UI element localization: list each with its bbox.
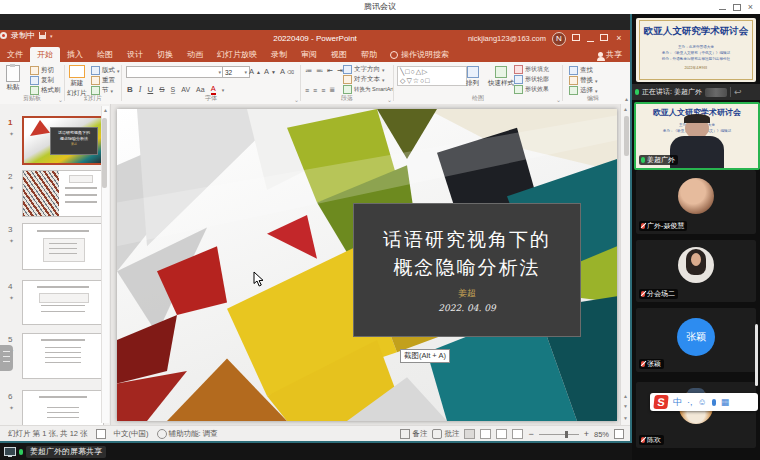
tab-help[interactable]: 帮助 [354, 47, 384, 62]
slide-title-box[interactable]: 话语研究视角下的 概念隐喻分析法 姜超 2022. 04. 09 [353, 203, 581, 337]
animation-star-icon[interactable]: ✦ [9, 184, 14, 191]
slide-thumbnail-2[interactable] [22, 170, 104, 217]
drawing-launcher-icon[interactable]: ⌄ [556, 96, 561, 103]
ime-voice-icon[interactable] [712, 399, 716, 406]
underline-button[interactable]: U [147, 85, 153, 94]
tab-draw[interactable]: 绘图 [90, 47, 120, 62]
ime-mode-icon[interactable]: 中 [673, 395, 682, 409]
shape-fill-button[interactable]: 形状填充 [514, 65, 549, 74]
align-left-icon[interactable]: ≡ [305, 87, 309, 94]
ime-toolbar[interactable]: S 中 ·, ☺ ▦ [650, 393, 758, 411]
ppt-restore-button[interactable] [600, 34, 608, 41]
scrollbar-thumb[interactable] [624, 116, 629, 156]
indent-more-icon[interactable]: ⇥ [337, 67, 343, 75]
fit-to-window-icon[interactable] [614, 429, 624, 439]
zoom-in-icon[interactable]: + [584, 429, 589, 439]
sogou-logo-icon[interactable]: S [653, 395, 668, 409]
slide-vertical-scrollbar[interactable]: ▲ ▲ ▼ ▼ [620, 104, 630, 425]
indent-less-icon[interactable]: ⇤ [327, 67, 333, 75]
shrink-font-button[interactable]: A▼ [264, 67, 276, 76]
layout-button[interactable]: 版式▾ [91, 66, 120, 75]
accessibility-status[interactable]: 辅助功能: 调查 [157, 429, 218, 439]
shapes-gallery[interactable]: ╲□○△▷ ◇▽☆○□ [397, 66, 467, 86]
share-button[interactable]: 共享 [590, 47, 630, 62]
notes-button[interactable]: 备注 [400, 429, 427, 439]
text-shadow-button[interactable]: S̲ [171, 86, 176, 93]
strike-button[interactable]: S [159, 85, 164, 94]
zoom-slider-knob[interactable] [565, 431, 568, 438]
meeting-close-button[interactable]: × [746, 3, 755, 11]
slide-thumbnail-4[interactable] [22, 280, 104, 325]
justify-icon[interactable]: ≣ [329, 86, 335, 94]
recorder-side-widget[interactable] [0, 345, 13, 371]
tab-home[interactable]: 开始 [30, 47, 60, 62]
italic-button[interactable]: I [139, 85, 142, 94]
meeting-minimize-button[interactable] [719, 9, 726, 10]
find-button[interactable]: 查找 [569, 66, 593, 75]
comments-button[interactable]: 批注 [432, 429, 459, 439]
text-direction-button[interactable]: 文字方向▾ [343, 65, 385, 74]
ime-emoji-icon[interactable]: ☺ [698, 395, 707, 409]
scroll-up-icon[interactable]: ▲ [622, 106, 629, 112]
arrange-button[interactable]: 排列 [466, 66, 479, 88]
clear-format-button[interactable]: A⌫ [280, 67, 294, 76]
shape-outline-button[interactable]: 形状轮廓 [514, 75, 549, 84]
collapse-ribbon-icon[interactable]: ▴ [625, 95, 628, 102]
slideshow-icon[interactable] [512, 429, 523, 439]
tell-me-search[interactable]: 操作说明搜索 [384, 47, 455, 62]
reading-view-icon[interactable] [496, 429, 507, 439]
normal-view-icon[interactable] [464, 429, 475, 439]
paste-button[interactable]: 粘贴 [6, 65, 20, 92]
account-avatar[interactable]: N [552, 32, 566, 46]
quick-styles-button[interactable]: 快速样式 [488, 66, 514, 88]
spellcheck-icon[interactable] [96, 429, 106, 439]
ppt-close-button[interactable]: × [614, 34, 624, 43]
participant-tile-poster[interactable]: 欧亚人文研究学术研讨会 主办：北京外国语大学 承办：《欧亚人文研究（中俄文）》编… [636, 18, 756, 82]
shape-effects-button[interactable]: 形状效果 [514, 85, 549, 94]
align-text-button[interactable]: 对齐文本▾ [343, 75, 385, 84]
slide-thumbnail-5[interactable] [22, 333, 104, 379]
participant-tile-speaker[interactable]: 欧亚人文研究学术研讨会 主办：北京外国语大学 承办：《欧亚人文研究（中俄文）》编… [634, 102, 760, 170]
bullets-icon[interactable]: ≔ [305, 67, 312, 75]
tab-review[interactable]: 审阅 [294, 47, 324, 62]
reply-arrow-icon[interactable]: ↩ [734, 87, 742, 97]
scroll-down-icon[interactable]: ▼ [622, 415, 629, 421]
zoom-out-icon[interactable]: − [528, 429, 533, 439]
thumbnail-scrollbar[interactable]: ▲ [101, 106, 109, 423]
shapes-row-1[interactable]: ╲□○△▷ [400, 67, 464, 76]
slide-thumbnail-3[interactable] [22, 223, 104, 270]
language-status[interactable]: 中文(中国) [114, 429, 149, 439]
animation-star-icon[interactable]: ✦ [9, 294, 14, 301]
align-center-icon[interactable]: ≡ [313, 87, 317, 94]
slide-thumbnail-1[interactable]: 话语研究视角下的 概念隐喻分析法 姜超 [22, 116, 106, 165]
paragraph-launcher-icon[interactable]: ⌄ [387, 96, 392, 103]
next-slide-icon[interactable]: ▼ [622, 403, 629, 409]
participant-tile[interactable]: 广外-聂俊慧 [636, 170, 756, 234]
zoom-level[interactable]: 85% [594, 430, 609, 439]
animation-star-icon[interactable]: ✦ [9, 404, 14, 411]
previous-slide-icon[interactable]: ▲ [622, 393, 629, 399]
slide-thumbnail-6[interactable] [22, 390, 104, 425]
copy-button[interactable]: 复制 [30, 76, 54, 85]
clipboard-launcher-icon[interactable]: ⌄ [58, 96, 63, 103]
font-name-combobox[interactable]: ▾ [126, 66, 224, 78]
animation-star-icon[interactable]: ✦ [9, 237, 14, 244]
animation-star-icon[interactable]: ✦ [9, 130, 14, 137]
zoom-slider[interactable] [539, 434, 579, 435]
participant-tile[interactable]: 陈欢 [636, 382, 756, 448]
sidebar-scrollbar-thumb[interactable] [755, 324, 758, 386]
thumbnail-scrollbar-thumb[interactable] [102, 118, 107, 188]
char-spacing-button[interactable]: AV [181, 86, 190, 93]
tab-record[interactable]: 录制 [264, 47, 294, 62]
reset-button[interactable]: 重置 [91, 76, 115, 85]
tab-design[interactable]: 设计 [120, 47, 150, 62]
tab-slideshow[interactable]: 幻灯片放映 [210, 47, 264, 62]
font-size-combobox[interactable]: 32▾ [222, 66, 250, 78]
tab-view[interactable]: 视图 [324, 47, 354, 62]
ime-keyboard-icon[interactable]: ▦ [721, 395, 730, 409]
align-right-icon[interactable]: ≡ [321, 87, 325, 94]
slide-sorter-icon[interactable] [480, 429, 491, 439]
ribbon-display-options-icon[interactable] [572, 34, 580, 41]
participant-tile[interactable]: 张颖 张颖 [636, 308, 756, 372]
tab-transitions[interactable]: 切换 [150, 47, 180, 62]
